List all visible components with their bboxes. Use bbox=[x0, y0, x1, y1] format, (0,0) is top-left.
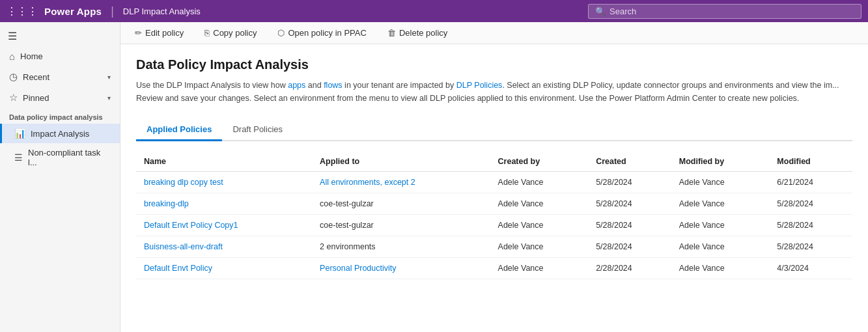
brand-label: Power Apps bbox=[44, 6, 102, 17]
sidebar-item-non-compliant[interactable]: ☰ Non-compliant task l... bbox=[0, 143, 120, 172]
cell-modified: 4/3/2024 bbox=[769, 258, 852, 279]
main-layout: ☰ ⌂ Home ◷ Recent ▾ ☆ Pinned ▾ Data poli… bbox=[0, 22, 868, 332]
cell-created-by: Adele Vance bbox=[490, 215, 589, 236]
cell-name[interactable]: Default Envt Policy Copy1 bbox=[136, 215, 312, 236]
cell-name[interactable]: breaking-dlp bbox=[136, 193, 312, 215]
home-icon: ⌂ bbox=[9, 51, 15, 62]
hamburger-button[interactable]: ☰ bbox=[0, 26, 120, 46]
policies-table-wrap: Name Applied to Created by Created Modif… bbox=[136, 152, 852, 279]
sidebar-impact-label: Impact Analysis bbox=[31, 129, 89, 139]
col-created: Created bbox=[588, 152, 671, 172]
sidebar-item-impact-analysis[interactable]: 📊 Impact Analysis bbox=[0, 124, 120, 143]
page-title: Data Policy Impact Analysis bbox=[136, 57, 852, 72]
page-content: Data Policy Impact Analysis Use the DLP … bbox=[120, 44, 868, 332]
edit-policy-button[interactable]: ✏ Edit policy bbox=[131, 26, 188, 40]
open-icon: ⬡ bbox=[277, 28, 285, 38]
dlp-policies-link[interactable]: DLP Policies bbox=[456, 81, 503, 90]
search-box[interactable]: 🔍 bbox=[588, 4, 861, 19]
pinned-chevron: ▾ bbox=[107, 94, 111, 102]
cell-created: 5/28/2024 bbox=[588, 215, 671, 236]
topnav-page-title: DLP Impact Analysis bbox=[123, 7, 201, 16]
delete-policy-button[interactable]: 🗑 Delete policy bbox=[384, 26, 451, 40]
recent-icon: ◷ bbox=[9, 71, 18, 83]
delete-policy-label: Delete policy bbox=[399, 28, 447, 38]
sidebar-item-home[interactable]: ⌂ Home bbox=[0, 46, 120, 66]
search-input[interactable] bbox=[609, 7, 854, 16]
copy-icon: ⎘ bbox=[204, 28, 210, 38]
cell-modified-by: Adele Vance bbox=[671, 236, 770, 258]
delete-icon: 🗑 bbox=[387, 28, 396, 38]
sidebar-item-pinned[interactable]: ☆ Pinned ▾ bbox=[0, 87, 120, 108]
sidebar-home-label: Home bbox=[20, 51, 111, 61]
cell-name[interactable]: Buisness-all-env-draft bbox=[136, 236, 312, 258]
topnav: ⋮⋮⋮ Power Apps | DLP Impact Analysis 🔍 bbox=[0, 0, 868, 22]
sidebar: ☰ ⌂ Home ◷ Recent ▾ ☆ Pinned ▾ Data poli… bbox=[0, 22, 120, 332]
topnav-divider: | bbox=[111, 5, 114, 18]
grid-icon[interactable]: ⋮⋮⋮ bbox=[7, 5, 38, 18]
cell-created: 5/28/2024 bbox=[588, 172, 671, 193]
sidebar-non-compliant-label: Non-compliant task l... bbox=[28, 148, 111, 167]
cell-modified-by: Adele Vance bbox=[671, 258, 770, 279]
toolbar: ✏ Edit policy ⎘ Copy policy ⬡ Open polic… bbox=[120, 22, 868, 44]
cell-applied-to[interactable]: Personal Productivity bbox=[312, 258, 490, 279]
search-icon: 🔍 bbox=[595, 7, 606, 16]
pin-icon: ☆ bbox=[9, 92, 18, 104]
col-applied-to: Applied to bbox=[312, 152, 490, 172]
cell-created-by: Adele Vance bbox=[490, 258, 589, 279]
edit-icon: ✏ bbox=[135, 28, 142, 38]
cell-modified-by: Adele Vance bbox=[671, 172, 770, 193]
table-row: Default Envt Policy Copy1 coe-test-gulza… bbox=[136, 215, 852, 236]
col-name: Name bbox=[136, 152, 312, 172]
tab-applied-policies[interactable]: Applied Policies bbox=[136, 119, 222, 141]
cell-modified-by: Adele Vance bbox=[671, 215, 770, 236]
impact-analysis-icon: 📊 bbox=[14, 128, 25, 139]
table-row: Default Envt Policy Personal Productivit… bbox=[136, 258, 852, 279]
open-policy-ppac-label: Open policy in PPAC bbox=[288, 28, 366, 38]
sidebar-section-label: Data policy impact analysis bbox=[0, 108, 120, 124]
cell-created-by: Adele Vance bbox=[490, 193, 589, 215]
open-policy-ppac-button[interactable]: ⬡ Open policy in PPAC bbox=[273, 26, 370, 40]
sidebar-pinned-label: Pinned bbox=[23, 93, 102, 103]
tabs: Applied Policies Draft Policies bbox=[136, 119, 852, 141]
cell-modified: 5/28/2024 bbox=[769, 236, 852, 258]
table-row: Buisness-all-env-draft 2 environments Ad… bbox=[136, 236, 852, 258]
non-compliant-icon: ☰ bbox=[14, 152, 23, 163]
sidebar-item-recent[interactable]: ◷ Recent ▾ bbox=[0, 66, 120, 87]
page-description: Use the DLP Impact Analysis to view how … bbox=[136, 79, 852, 105]
col-modified: Modified bbox=[769, 152, 852, 172]
table-row: breaking-dlp coe-test-gulzar Adele Vance… bbox=[136, 193, 852, 215]
copy-policy-label: Copy policy bbox=[213, 28, 257, 38]
cell-created: 2/28/2024 bbox=[588, 258, 671, 279]
cell-name[interactable]: Default Envt Policy bbox=[136, 258, 312, 279]
cell-created-by: Adele Vance bbox=[490, 172, 589, 193]
cell-name[interactable]: breaking dlp copy test bbox=[136, 172, 312, 193]
table-row: breaking dlp copy test All environments,… bbox=[136, 172, 852, 193]
flows-link[interactable]: flows bbox=[324, 81, 342, 90]
content-area: ✏ Edit policy ⎘ Copy policy ⬡ Open polic… bbox=[120, 22, 868, 332]
col-modified-by: Modified by bbox=[671, 152, 770, 172]
table-header: Name Applied to Created by Created Modif… bbox=[136, 152, 852, 172]
cell-created: 5/28/2024 bbox=[588, 236, 671, 258]
apps-link[interactable]: apps bbox=[288, 81, 305, 90]
cell-applied-to: coe-test-gulzar bbox=[312, 193, 490, 215]
cell-applied-to: 2 environments bbox=[312, 236, 490, 258]
cell-created-by: Adele Vance bbox=[490, 236, 589, 258]
copy-policy-button[interactable]: ⎘ Copy policy bbox=[201, 26, 260, 40]
cell-modified: 5/28/2024 bbox=[769, 193, 852, 215]
cell-applied-to: coe-test-gulzar bbox=[312, 215, 490, 236]
policies-table: Name Applied to Created by Created Modif… bbox=[136, 152, 852, 279]
recent-chevron: ▾ bbox=[107, 74, 111, 81]
cell-modified-by: Adele Vance bbox=[671, 193, 770, 215]
table-body: breaking dlp copy test All environments,… bbox=[136, 172, 852, 279]
cell-created: 5/28/2024 bbox=[588, 193, 671, 215]
cell-applied-to[interactable]: All environments, except 2 bbox=[312, 172, 490, 193]
cell-modified: 5/28/2024 bbox=[769, 215, 852, 236]
edit-policy-label: Edit policy bbox=[145, 28, 184, 38]
col-created-by: Created by bbox=[490, 152, 589, 172]
sidebar-recent-label: Recent bbox=[23, 72, 102, 82]
tab-draft-policies[interactable]: Draft Policies bbox=[222, 119, 293, 141]
cell-modified: 6/21/2024 bbox=[769, 172, 852, 193]
